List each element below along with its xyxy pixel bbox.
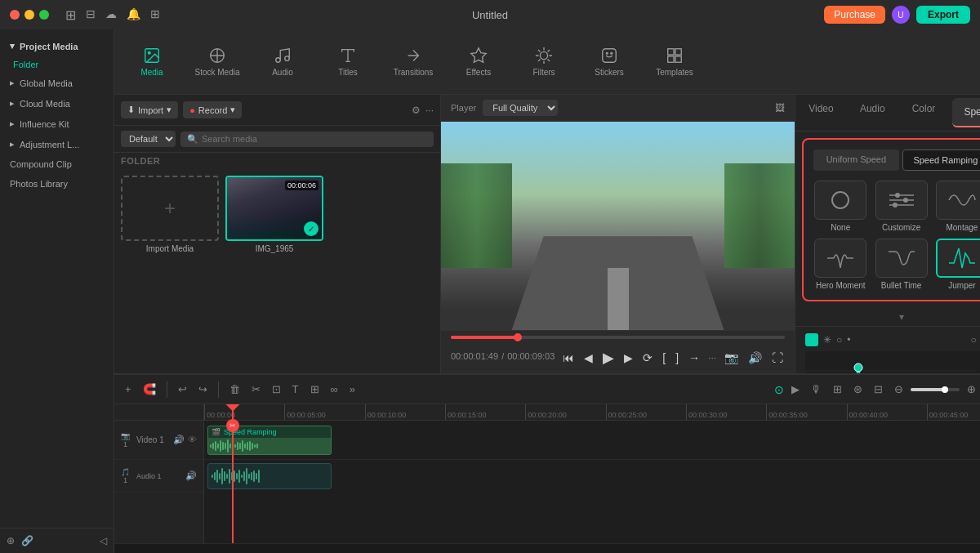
more-icon[interactable]: ··· (425, 105, 434, 116)
speed-tab-ramping[interactable]: Speed Ramping (902, 149, 980, 171)
frame-forward-button[interactable]: ▶ (622, 350, 635, 366)
speed-item-none[interactable]: None (813, 181, 867, 232)
tab-audio[interactable]: Audio (847, 95, 898, 131)
sidebar-item-folder[interactable]: Folder (0, 56, 114, 73)
maximize-button[interactable] (39, 10, 49, 20)
speed-tab-uniform[interactable]: Uniform Speed (813, 149, 899, 171)
nav-item-titles[interactable]: Titles (318, 36, 377, 88)
play-button[interactable]: ▶ (601, 347, 616, 368)
cut-button[interactable]: ✂ (247, 381, 265, 398)
ruler-mark: 00:00:30:00 (686, 404, 766, 421)
speed-item-customize[interactable]: Customize (874, 181, 928, 232)
link-button[interactable]: ∞ (327, 381, 342, 398)
crop-button[interactable]: ⊡ (268, 381, 285, 398)
nav-item-audio[interactable]: Audio (253, 36, 312, 88)
svg-point-9 (611, 52, 612, 54)
purchase-button[interactable]: Purchase (824, 6, 885, 24)
media-insert-button[interactable]: ⊞ (829, 381, 846, 398)
import-button[interactable]: ⬇ Import ▾ (121, 101, 178, 118)
collapse-icon[interactable]: ◁ (100, 535, 107, 546)
fullscreen-button[interactable]: ⛶ (770, 350, 785, 366)
collapse-arrow[interactable]: ▾ (795, 308, 980, 326)
snow-flake-icon: ✳ (823, 334, 831, 346)
nav-item-templates[interactable]: Templates (645, 36, 704, 88)
skip-back-button[interactable]: ⏮ (561, 350, 576, 366)
plus-vol-button[interactable]: ⊕ (963, 381, 980, 398)
audio-clip[interactable] (207, 463, 332, 489)
sidebar-item-compound[interactable]: Compound Clip (0, 154, 114, 174)
vol-button[interactable]: 🔊 (746, 350, 764, 366)
svg-point-18 (895, 193, 900, 198)
record-button[interactable]: ● Record ▾ (183, 101, 242, 118)
text-button[interactable]: T (288, 381, 303, 398)
nav-item-filters[interactable]: Filters (514, 36, 573, 88)
sidebar-item-influence[interactable]: ▸ Influence Kit (0, 114, 114, 134)
link-icon[interactable]: 🔗 (21, 535, 33, 546)
speed-item-jumper[interactable]: Jumper (935, 239, 980, 290)
tab-video[interactable]: Video (795, 95, 847, 131)
nav-item-transitions[interactable]: Transitions (384, 36, 443, 88)
volume-icon[interactable]: 🔊 (185, 470, 197, 481)
record-mode-icon[interactable]: ⊙ (774, 383, 784, 396)
more-button[interactable]: » (345, 381, 359, 398)
tab-speed[interactable]: Speed (952, 98, 980, 127)
split-button[interactable]: ⊟ (870, 381, 887, 398)
play-record-button[interactable]: ▶ (787, 381, 804, 398)
filter-icon[interactable]: ⚙ (412, 105, 421, 116)
volume-slider-track[interactable] (911, 388, 960, 391)
minimize-button[interactable] (24, 10, 34, 20)
sidebar-item-cloud[interactable]: ▸ Cloud Media (0, 93, 114, 114)
loop-button[interactable]: ⟳ (641, 350, 654, 366)
delete-button[interactable]: 🗑 (225, 381, 244, 398)
snapshot-button[interactable]: 📷 (723, 350, 740, 366)
export-button[interactable]: Export (916, 6, 970, 24)
eye-icon[interactable]: 👁 (188, 435, 197, 445)
wbar (238, 470, 240, 483)
speed-item-hero[interactable]: Hero Moment (813, 239, 867, 290)
magnet-button[interactable]: 🧲 (139, 381, 160, 398)
mark-out-button[interactable]: ] (674, 350, 680, 366)
minus-vol-button[interactable]: ⊖ (890, 381, 907, 398)
sidebar-item-project[interactable]: ▾ Project Media (0, 36, 114, 56)
add-track-button[interactable]: + (121, 381, 136, 398)
mark-in-button[interactable]: [ (661, 350, 667, 366)
user-avatar[interactable]: U (892, 6, 910, 24)
import-media-area[interactable]: + (121, 176, 219, 241)
default-select[interactable]: Default (121, 131, 176, 147)
nav-item-media[interactable]: Media (122, 36, 181, 88)
svg-rect-10 (668, 49, 674, 55)
close-button[interactable] (10, 10, 20, 20)
preview-extra-icon[interactable]: 🖼 (775, 102, 785, 114)
speed-graph[interactable]: 10x 5x 1x 0.5x 0.1x (805, 351, 980, 373)
quality-select[interactable]: Full Quality (483, 100, 558, 116)
graph-minus-icon[interactable]: ○ (971, 334, 977, 346)
tab-color[interactable]: Color (898, 95, 950, 131)
progress-bar[interactable] (451, 336, 785, 339)
speed-item-montage[interactable]: Montage (935, 181, 980, 232)
sidebar-item-adjustment[interactable]: ▸ Adjustment L... (0, 134, 114, 154)
nav-item-stickers[interactable]: Stickers (580, 36, 639, 88)
main-layout: ▾ Project Media Folder ▸ Global Media ▸ … (0, 29, 980, 553)
mic-button[interactable]: 🎙 (807, 381, 826, 398)
sidebar-item-global[interactable]: ▸ Global Media (0, 73, 114, 93)
sidebar-item-photos[interactable]: Photos Library (0, 174, 114, 194)
to-timeline-button[interactable]: → (687, 350, 702, 366)
add-icon[interactable]: ⊕ (7, 535, 15, 546)
speed-item-bullet[interactable]: Bullet Time (874, 239, 928, 290)
right-panel-tabs: Video Audio Color Speed (795, 95, 980, 132)
video-clip[interactable]: 🎬 Speed Ramping (207, 426, 332, 455)
redo-button[interactable]: ↪ (194, 381, 212, 398)
sidebar-item-label: Cloud Media (20, 99, 70, 109)
media-thumb[interactable]: 00:00:06 ✓ (225, 176, 323, 241)
search-input[interactable] (202, 134, 427, 144)
undo-button[interactable]: ↩ (174, 381, 191, 398)
volume-icon[interactable]: 🔊 (173, 435, 185, 445)
nav-item-stock[interactable]: Stock Media (188, 36, 247, 88)
ai-button[interactable]: ⊛ (849, 381, 866, 398)
nav-item-effects[interactable]: Effects (449, 36, 508, 88)
frame-button[interactable]: ⊞ (306, 381, 323, 398)
ruler-marks: 00:00:00 00:00:05:00 00:00:10:00 00:00:1… (204, 404, 980, 421)
speed-item-label: Customize (882, 223, 920, 232)
frame-back-button[interactable]: ◀ (582, 350, 595, 366)
timeline-scroll[interactable] (114, 543, 980, 553)
